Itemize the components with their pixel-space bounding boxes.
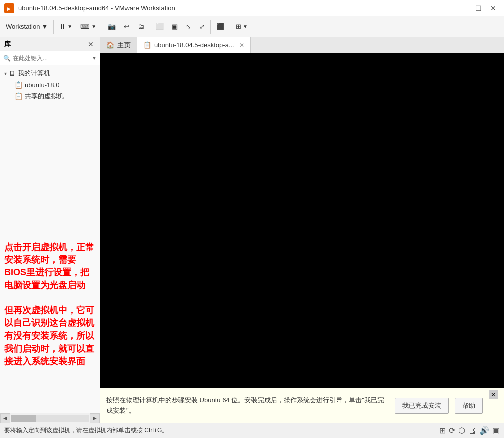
annotation-area: 点击开启虚拟机，正常安装系统时，需要BIOS里进行设置，把电脑设置为光盘启动 但… bbox=[0, 237, 100, 413]
content-area: 🏠 主页 📋 ubuntu-18.04.5-desktop-a... ✕ 按照在… bbox=[100, 37, 504, 423]
app-icon: ▶ bbox=[4, 3, 14, 13]
snapshot-icon: 📷 bbox=[108, 23, 116, 30]
snapshot-manager-icon: 🗂 bbox=[138, 23, 144, 30]
dropdown-arrow-icon: ▼ bbox=[41, 23, 48, 30]
scroll-right-button[interactable]: ▶ bbox=[90, 413, 100, 423]
search-icon: 🔍 bbox=[3, 55, 11, 62]
annotation-part1: 点击开启虚拟机，正常安装系统时，需要BIOS里进行设置，把电脑设置为光盘启动 bbox=[4, 241, 96, 292]
status-icon-3: ⬡ bbox=[458, 426, 465, 435]
status-bar: 要将输入定向到该虚拟机，请在虚拟机内部单击或按 Ctrl+G。 ⊞ ⟳ ⬡ 🖨 … bbox=[0, 423, 504, 438]
vm-tab-label: ubuntu-18.04.5-desktop-a... bbox=[154, 41, 234, 49]
revert-icon: ↩ bbox=[124, 23, 130, 30]
separator-4 bbox=[210, 20, 211, 34]
console-icon: ⬛ bbox=[216, 23, 224, 30]
tab-home[interactable]: 🏠 主页 bbox=[100, 37, 137, 53]
my-computer-label: 我的计算机 bbox=[18, 69, 50, 78]
vm-icon: 📋 bbox=[14, 81, 23, 89]
hint-text: 按照在物理计算机中的步骤安装 Ubuntu 64 位。安装完成后，操作系统会进行… bbox=[106, 395, 389, 416]
separator-2 bbox=[102, 20, 102, 34]
full-screen-icon: ⬜ bbox=[156, 23, 164, 30]
full-screen-button[interactable]: ⬜ bbox=[152, 19, 167, 35]
unity-button[interactable]: ▣ bbox=[168, 19, 181, 35]
snapshot-manager-button[interactable]: 🗂 bbox=[134, 19, 148, 35]
separator-1 bbox=[53, 20, 54, 34]
view-icon: ⊞ bbox=[236, 23, 241, 30]
search-input[interactable] bbox=[13, 55, 91, 62]
pause-dropdown-icon: ▼ bbox=[67, 24, 72, 29]
computer-icon: 🖥 bbox=[9, 69, 16, 77]
status-icons: ⊞ ⟳ ⬡ 🖨 🔊 ▣ bbox=[439, 426, 500, 435]
tree-item-shared[interactable]: 📋 共享的虚拟机 bbox=[0, 90, 100, 102]
minimize-button[interactable]: — bbox=[457, 3, 470, 14]
vm-label: ubuntu-18.0 bbox=[25, 81, 59, 89]
guest-isolate-button[interactable]: ⤢ bbox=[196, 19, 208, 35]
sidebar-close-button[interactable]: ✕ bbox=[86, 39, 96, 49]
console-button[interactable]: ⬛ bbox=[213, 19, 228, 35]
complete-install-button[interactable]: 我已完成安装 bbox=[395, 398, 449, 414]
home-tab-label: 主页 bbox=[117, 41, 131, 50]
unity-icon: ▣ bbox=[172, 23, 178, 30]
sidebar: 库 ✕ 🔍 ▼ ▾ 🖥 我的计算机 📋 ubuntu-18.0 📋 共享的虚拟机 bbox=[0, 37, 100, 423]
shared-icon: 📋 bbox=[14, 92, 23, 100]
sidebar-title: 库 bbox=[4, 40, 86, 49]
separator-5 bbox=[230, 20, 230, 34]
vm-tab-icon: 📋 bbox=[143, 41, 151, 49]
autofit-icon: ⤡ bbox=[186, 23, 191, 30]
window-title: ubuntu-18.04.5-desktop-amd64 - VMware Wo… bbox=[18, 4, 457, 12]
search-dropdown-icon: ▼ bbox=[92, 55, 97, 61]
status-icon-2: ⟳ bbox=[449, 426, 455, 435]
tab-vm[interactable]: 📋 ubuntu-18.04.5-desktop-a... ✕ bbox=[137, 37, 251, 53]
title-bar: ▶ ubuntu-18.04.5-desktop-amd64 - VMware … bbox=[0, 0, 504, 16]
tree-item-vm[interactable]: 📋 ubuntu-18.0 bbox=[0, 79, 100, 90]
workstation-label: Workstation bbox=[6, 23, 40, 30]
view-button[interactable]: ⊞ ▼ bbox=[232, 19, 251, 35]
main-layout: 库 ✕ 🔍 ▼ ▾ 🖥 我的计算机 📋 ubuntu-18.0 📋 共享的虚拟机 bbox=[0, 37, 504, 423]
send-keys-arrow-icon: ▼ bbox=[91, 24, 96, 29]
maximize-button[interactable]: ☐ bbox=[472, 3, 485, 14]
shared-label: 共享的虚拟机 bbox=[25, 92, 64, 101]
separator-3 bbox=[150, 20, 150, 34]
tree-item-my-computer[interactable]: ▾ 🖥 我的计算机 bbox=[0, 67, 100, 79]
toolbar: Workstation ▼ ⏸ ▼ ⌨ ▼ 📷 ↩ 🗂 ⬜ ▣ ⤡ ⤢ ⬛ ⊞ … bbox=[0, 16, 504, 37]
vm-screen[interactable] bbox=[100, 53, 504, 388]
scroll-thumb[interactable] bbox=[11, 415, 36, 422]
send-keys-icon: ⌨ bbox=[80, 23, 90, 30]
pause-icon: ⏸ bbox=[59, 23, 66, 30]
sidebar-header: 库 ✕ bbox=[0, 37, 100, 51]
view-arrow-icon: ▼ bbox=[243, 24, 248, 29]
status-icon-6: ▣ bbox=[492, 426, 500, 435]
annotation-part2: 但再次虚拟机中，它可以自己识别这台虚拟机有没有安装系统，所以我们启动时，就可以直… bbox=[4, 304, 96, 368]
pause-button[interactable]: ⏸ ▼ bbox=[56, 19, 76, 35]
expand-icon: ▾ bbox=[4, 71, 7, 76]
autofit-button[interactable]: ⤡ bbox=[182, 19, 195, 35]
close-button[interactable]: ✕ bbox=[487, 3, 500, 14]
help-button[interactable]: 帮助 bbox=[455, 398, 483, 414]
status-icon-5: 🔊 bbox=[479, 426, 489, 435]
sidebar-tree: ▾ 🖥 我的计算机 📋 ubuntu-18.0 📋 共享的虚拟机 bbox=[0, 65, 100, 237]
revert-snapshot-button[interactable]: ↩ bbox=[120, 19, 133, 35]
hint-close-button[interactable]: ✕ bbox=[489, 390, 498, 399]
sidebar-search[interactable]: 🔍 ▼ bbox=[0, 51, 100, 65]
guest-isolate-icon: ⤢ bbox=[199, 23, 205, 30]
status-icon-4: 🖨 bbox=[468, 426, 476, 435]
status-text: 要将输入定向到该虚拟机，请在虚拟机内部单击或按 Ctrl+G。 bbox=[4, 426, 439, 435]
snapshot-button[interactable]: 📷 bbox=[104, 19, 119, 35]
home-tab-icon: 🏠 bbox=[106, 41, 114, 49]
window-controls: — ☐ ✕ bbox=[457, 3, 500, 14]
status-icon-1: ⊞ bbox=[439, 426, 446, 435]
send-keys-button[interactable]: ⌨ ▼ bbox=[77, 19, 100, 35]
scroll-left-button[interactable]: ◀ bbox=[0, 413, 10, 423]
vm-tab-close-button[interactable]: ✕ bbox=[239, 42, 244, 49]
hint-bar: 按照在物理计算机中的步骤安装 Ubuntu 64 位。安装完成后，操作系统会进行… bbox=[100, 388, 504, 423]
sidebar-scrollbar: ◀ ▶ bbox=[0, 413, 100, 423]
tab-bar: 🏠 主页 📋 ubuntu-18.04.5-desktop-a... ✕ bbox=[100, 37, 504, 53]
workstation-menu-button[interactable]: Workstation ▼ bbox=[2, 19, 51, 35]
scroll-track[interactable] bbox=[11, 415, 89, 422]
svg-text:▶: ▶ bbox=[7, 6, 11, 11]
